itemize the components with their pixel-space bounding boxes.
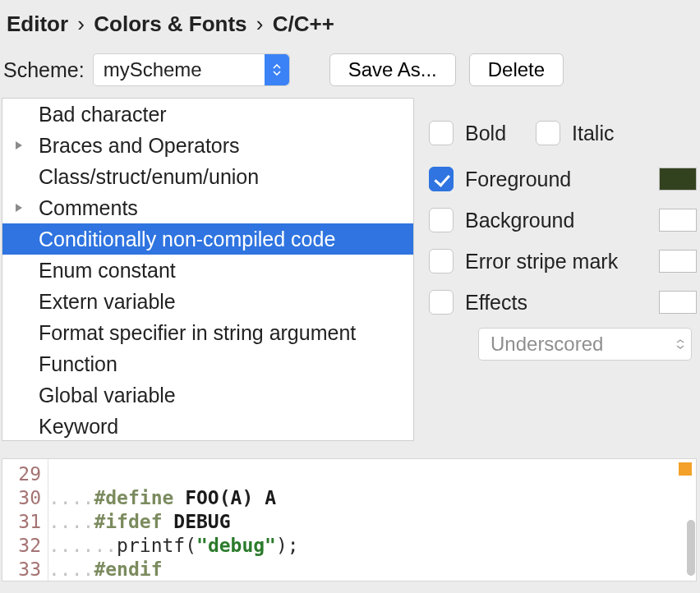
list-item-label: Extern variable xyxy=(39,290,176,314)
effects-type-select[interactable]: Underscored xyxy=(478,328,692,361)
code-line: ......printf("debug"); xyxy=(48,534,696,558)
list-item[interactable]: Function xyxy=(2,348,413,379)
italic-checkbox[interactable] xyxy=(536,121,560,145)
code-preview: 2930313233 ....#define FOO(A) A ....#ifd… xyxy=(2,458,697,582)
scheme-value: myScheme xyxy=(94,58,212,81)
line-number: 29 xyxy=(2,462,48,486)
breadcrumb-sep: › xyxy=(77,11,85,36)
list-item[interactable]: Class/struct/enum/union xyxy=(2,161,413,192)
code-area: ....#define FOO(A) A ....#ifdef DEBUG ..… xyxy=(48,459,696,581)
effects-checkbox[interactable] xyxy=(429,290,454,315)
list-item[interactable]: Conditionally non-compiled code xyxy=(2,223,413,255)
list-item[interactable]: Global variable xyxy=(2,379,413,411)
list-item[interactable]: Keyword xyxy=(2,411,413,441)
foreground-label: Foreground xyxy=(465,168,571,191)
disclosure-triangle-icon[interactable] xyxy=(14,202,39,214)
effects-color-swatch[interactable] xyxy=(659,291,697,314)
bold-label: Bold xyxy=(465,122,506,145)
line-number: 32 xyxy=(2,534,48,558)
scheme-select-arrows-icon xyxy=(265,54,289,85)
list-item-label: Braces and Operators xyxy=(39,134,240,158)
disclosure-triangle-icon[interactable] xyxy=(14,140,39,151)
attribute-list[interactable]: Bad characterBraces and OperatorsClass/s… xyxy=(2,98,414,441)
preview-scrollbar[interactable] xyxy=(687,520,695,576)
list-item-label: Format specifier in string argument xyxy=(39,321,356,345)
list-item-label: Class/struct/enum/union xyxy=(39,165,259,189)
list-item[interactable]: Comments xyxy=(2,192,413,223)
line-number: 31 xyxy=(2,510,48,534)
code-line xyxy=(48,462,696,486)
list-item[interactable]: Extern variable xyxy=(2,286,413,317)
background-label: Background xyxy=(465,209,574,232)
error-stripe-checkbox[interactable] xyxy=(429,249,454,274)
breadcrumb-editor: Editor xyxy=(7,11,68,36)
breadcrumb-sep: › xyxy=(256,11,264,36)
list-item-label: Bad character xyxy=(39,103,167,126)
list-item-label: Keyword xyxy=(39,415,118,439)
breadcrumb: Editor › Colors & Fonts › C/C++ xyxy=(0,0,700,44)
save-as-button[interactable]: Save As... xyxy=(329,53,456,86)
breadcrumb-colors: Colors & Fonts xyxy=(94,11,246,36)
foreground-color-swatch[interactable] xyxy=(659,168,697,191)
list-item-label: Function xyxy=(39,352,117,376)
effects-label: Effects xyxy=(465,291,527,315)
breadcrumb-lang: C/C++ xyxy=(273,11,334,36)
list-item-label: Enum constant xyxy=(39,259,176,283)
list-item[interactable]: Bad character xyxy=(2,99,413,130)
list-item[interactable]: Format specifier in string argument xyxy=(2,317,413,348)
error-stripe-label: Error stripe mark xyxy=(465,250,618,274)
code-line: ....#endif xyxy=(48,558,696,582)
list-item-label: Comments xyxy=(39,196,138,220)
options-panel: Bold Italic Foreground Background Error … xyxy=(429,98,698,441)
bold-checkbox[interactable] xyxy=(429,121,454,145)
list-item-label: Conditionally non-compiled code xyxy=(39,228,335,251)
foreground-checkbox[interactable] xyxy=(429,167,454,191)
background-color-swatch[interactable] xyxy=(659,209,697,232)
background-checkbox[interactable] xyxy=(429,208,454,232)
error-stripe-color-swatch[interactable] xyxy=(659,250,697,273)
scheme-label: Scheme: xyxy=(3,58,85,82)
effects-select-arrows-icon xyxy=(670,339,691,349)
list-item[interactable]: Enum constant xyxy=(2,255,413,286)
scheme-select[interactable]: myScheme xyxy=(93,53,290,86)
code-line: ....#define FOO(A) A xyxy=(48,486,696,510)
gutter: 2930313233 xyxy=(2,459,48,581)
line-number: 33 xyxy=(2,558,48,582)
line-number: 30 xyxy=(2,486,48,510)
list-item-label: Global variable xyxy=(39,384,176,407)
italic-label: Italic xyxy=(572,122,614,145)
list-item[interactable]: Braces and Operators xyxy=(2,130,413,161)
delete-button[interactable]: Delete xyxy=(469,53,564,86)
effects-type-value: Underscored xyxy=(479,333,615,356)
warning-marker-icon[interactable] xyxy=(679,462,692,476)
code-line: ....#ifdef DEBUG xyxy=(48,510,696,534)
